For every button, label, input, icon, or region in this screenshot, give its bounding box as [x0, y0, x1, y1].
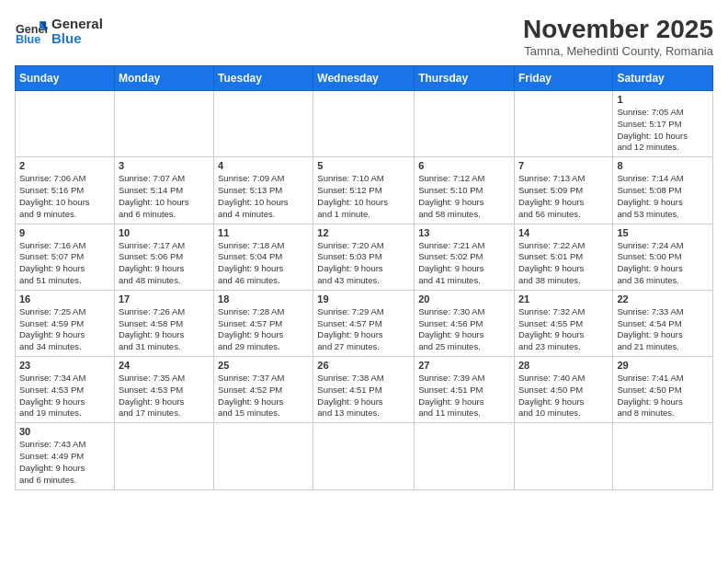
location-subtitle: Tamna, Mehedinti County, Romania: [523, 44, 713, 58]
day-number: 7: [518, 160, 609, 171]
calendar-cell: [114, 91, 213, 157]
logo-blue-text: Blue: [51, 31, 103, 47]
day-number: 1: [617, 94, 709, 105]
weekday-header-tuesday: Tuesday: [214, 66, 313, 91]
calendar-cell: 23Sunrise: 7:34 AM Sunset: 4:53 PM Dayli…: [16, 357, 115, 423]
day-info: Sunrise: 7:14 AM Sunset: 5:08 PM Dayligh…: [617, 173, 709, 220]
svg-text:Blue: Blue: [16, 33, 40, 46]
calendar-week-row: 16Sunrise: 7:25 AM Sunset: 4:59 PM Dayli…: [16, 290, 713, 356]
calendar-cell: [613, 423, 713, 489]
weekday-header-sunday: Sunday: [16, 66, 115, 91]
day-number: 13: [418, 227, 510, 238]
day-number: 14: [518, 227, 609, 238]
day-number: 30: [19, 426, 110, 437]
day-info: Sunrise: 7:12 AM Sunset: 5:10 PM Dayligh…: [418, 173, 510, 220]
day-number: 20: [418, 293, 510, 304]
weekday-header-saturday: Saturday: [613, 66, 713, 91]
day-info: Sunrise: 7:18 AM Sunset: 5:04 PM Dayligh…: [218, 240, 309, 287]
calendar-cell: 17Sunrise: 7:26 AM Sunset: 4:58 PM Dayli…: [114, 290, 213, 356]
calendar-cell: [514, 91, 612, 157]
day-info: Sunrise: 7:26 AM Sunset: 4:58 PM Dayligh…: [119, 306, 210, 353]
day-info: Sunrise: 7:32 AM Sunset: 4:55 PM Dayligh…: [518, 306, 609, 353]
day-number: 9: [19, 227, 110, 238]
day-number: 24: [119, 360, 210, 371]
day-number: 27: [418, 360, 510, 371]
day-info: Sunrise: 7:38 AM Sunset: 4:51 PM Dayligh…: [317, 373, 410, 419]
calendar-cell: 9Sunrise: 7:16 AM Sunset: 5:07 PM Daylig…: [16, 224, 115, 290]
weekday-header-wednesday: Wednesday: [313, 66, 415, 91]
calendar-cell: 24Sunrise: 7:35 AM Sunset: 4:53 PM Dayli…: [114, 357, 213, 423]
calendar-cell: 5Sunrise: 7:10 AM Sunset: 5:12 PM Daylig…: [313, 157, 415, 224]
day-info: Sunrise: 7:41 AM Sunset: 4:50 PM Dayligh…: [617, 373, 709, 419]
day-number: 18: [218, 293, 309, 304]
day-info: Sunrise: 7:40 AM Sunset: 4:50 PM Dayligh…: [518, 373, 609, 419]
day-info: Sunrise: 7:33 AM Sunset: 4:54 PM Dayligh…: [617, 306, 709, 353]
calendar-cell: [16, 91, 115, 157]
calendar-cell: 2Sunrise: 7:06 AM Sunset: 5:16 PM Daylig…: [16, 157, 115, 224]
day-info: Sunrise: 7:07 AM Sunset: 5:14 PM Dayligh…: [119, 173, 210, 220]
calendar-cell: 7Sunrise: 7:13 AM Sunset: 5:09 PM Daylig…: [514, 157, 612, 224]
day-info: Sunrise: 7:34 AM Sunset: 4:53 PM Dayligh…: [19, 373, 110, 419]
day-info: Sunrise: 7:20 AM Sunset: 5:03 PM Dayligh…: [317, 240, 410, 287]
day-number: 4: [218, 160, 309, 171]
day-number: 19: [317, 293, 410, 304]
day-info: Sunrise: 7:17 AM Sunset: 5:06 PM Dayligh…: [119, 240, 210, 287]
day-info: Sunrise: 7:29 AM Sunset: 4:57 PM Dayligh…: [317, 306, 410, 353]
calendar-cell: 11Sunrise: 7:18 AM Sunset: 5:04 PM Dayli…: [214, 224, 313, 290]
calendar-header-row: SundayMondayTuesdayWednesdayThursdayFrid…: [16, 66, 713, 91]
weekday-header-monday: Monday: [114, 66, 213, 91]
calendar-cell: 21Sunrise: 7:32 AM Sunset: 4:55 PM Dayli…: [514, 290, 612, 356]
day-number: 17: [119, 293, 210, 304]
day-info: Sunrise: 7:39 AM Sunset: 4:51 PM Dayligh…: [418, 373, 510, 419]
day-info: Sunrise: 7:09 AM Sunset: 5:13 PM Dayligh…: [218, 173, 309, 220]
day-number: 22: [617, 293, 709, 304]
day-number: 2: [19, 160, 110, 171]
calendar-cell: 10Sunrise: 7:17 AM Sunset: 5:06 PM Dayli…: [114, 224, 213, 290]
logo-general-text: General: [51, 17, 103, 32]
day-number: 10: [119, 227, 210, 238]
calendar-cell: 18Sunrise: 7:28 AM Sunset: 4:57 PM Dayli…: [214, 290, 313, 356]
calendar-cell: [313, 423, 415, 489]
calendar-week-row: 23Sunrise: 7:34 AM Sunset: 4:53 PM Dayli…: [16, 357, 713, 423]
calendar-cell: 15Sunrise: 7:24 AM Sunset: 5:00 PM Dayli…: [613, 224, 713, 290]
calendar-cell: [214, 423, 313, 489]
calendar-cell: 28Sunrise: 7:40 AM Sunset: 4:50 PM Dayli…: [514, 357, 612, 423]
calendar-cell: 13Sunrise: 7:21 AM Sunset: 5:02 PM Dayli…: [415, 224, 515, 290]
day-info: Sunrise: 7:22 AM Sunset: 5:01 PM Dayligh…: [518, 240, 609, 287]
day-info: Sunrise: 7:30 AM Sunset: 4:56 PM Dayligh…: [418, 306, 510, 353]
calendar-cell: 27Sunrise: 7:39 AM Sunset: 4:51 PM Dayli…: [415, 357, 515, 423]
day-info: Sunrise: 7:43 AM Sunset: 4:49 PM Dayligh…: [19, 439, 110, 486]
calendar-cell: 19Sunrise: 7:29 AM Sunset: 4:57 PM Dayli…: [313, 290, 415, 356]
day-number: 28: [518, 360, 609, 371]
day-number: 12: [317, 227, 410, 238]
calendar-cell: 22Sunrise: 7:33 AM Sunset: 4:54 PM Dayli…: [613, 290, 713, 356]
day-number: 23: [19, 360, 110, 371]
day-info: Sunrise: 7:37 AM Sunset: 4:52 PM Dayligh…: [218, 373, 309, 419]
day-info: Sunrise: 7:24 AM Sunset: 5:00 PM Dayligh…: [617, 240, 709, 287]
calendar-cell: 3Sunrise: 7:07 AM Sunset: 5:14 PM Daylig…: [114, 157, 213, 224]
day-info: Sunrise: 7:35 AM Sunset: 4:53 PM Dayligh…: [119, 373, 210, 419]
calendar-week-row: 9Sunrise: 7:16 AM Sunset: 5:07 PM Daylig…: [16, 224, 713, 290]
calendar-cell: [415, 423, 515, 489]
calendar-cell: 29Sunrise: 7:41 AM Sunset: 4:50 PM Dayli…: [613, 357, 713, 423]
day-number: 26: [317, 360, 410, 371]
calendar-cell: 12Sunrise: 7:20 AM Sunset: 5:03 PM Dayli…: [313, 224, 415, 290]
day-number: 11: [218, 227, 309, 238]
calendar-cell: 25Sunrise: 7:37 AM Sunset: 4:52 PM Dayli…: [214, 357, 313, 423]
calendar-cell: 26Sunrise: 7:38 AM Sunset: 4:51 PM Dayli…: [313, 357, 415, 423]
calendar-cell: 1Sunrise: 7:05 AM Sunset: 5:17 PM Daylig…: [613, 91, 713, 157]
page-header: General Blue General Blue November 2025 …: [15, 15, 713, 58]
calendar-week-row: 1Sunrise: 7:05 AM Sunset: 5:17 PM Daylig…: [16, 91, 713, 157]
logo: General Blue General Blue: [15, 15, 103, 48]
day-number: 15: [617, 227, 709, 238]
calendar-cell: [214, 91, 313, 157]
day-number: 16: [19, 293, 110, 304]
calendar-cell: 20Sunrise: 7:30 AM Sunset: 4:56 PM Dayli…: [415, 290, 515, 356]
calendar-cell: 4Sunrise: 7:09 AM Sunset: 5:13 PM Daylig…: [214, 157, 313, 224]
day-info: Sunrise: 7:05 AM Sunset: 5:17 PM Dayligh…: [617, 107, 709, 154]
day-info: Sunrise: 7:16 AM Sunset: 5:07 PM Dayligh…: [19, 240, 110, 287]
day-info: Sunrise: 7:10 AM Sunset: 5:12 PM Dayligh…: [317, 173, 410, 220]
calendar-cell: [313, 91, 415, 157]
day-info: Sunrise: 7:13 AM Sunset: 5:09 PM Dayligh…: [518, 173, 609, 220]
day-number: 8: [617, 160, 709, 171]
